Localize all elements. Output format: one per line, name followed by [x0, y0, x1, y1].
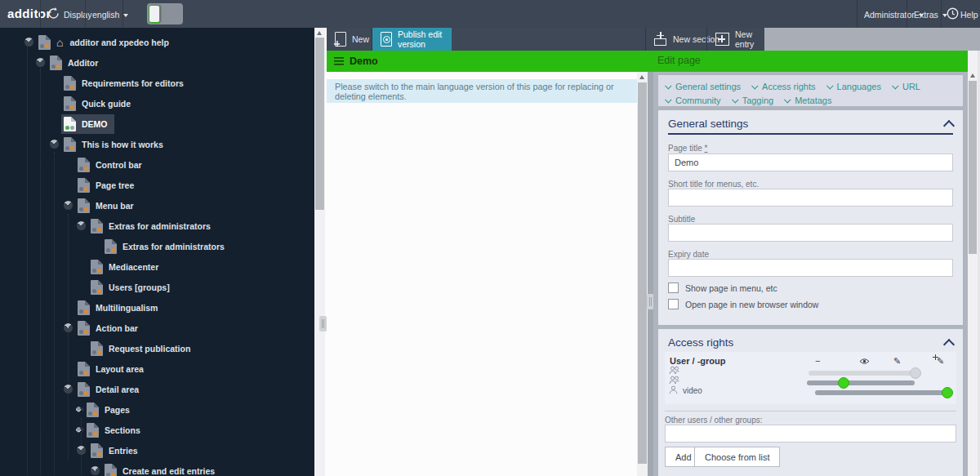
scroll-up-icon[interactable] [317, 31, 322, 35]
tree-item-mediacenter[interactable]: Mediacenter [0, 256, 314, 277]
permission-slider-track[interactable] [815, 390, 950, 395]
expand-icon[interactable] [75, 406, 82, 412]
access-rights-header[interactable]: Access rights [668, 332, 953, 354]
tree-item-additor-and-xpedeo-help[interactable]: ⌂ additor and xpedeo help [0, 32, 314, 52]
page-title-input[interactable] [668, 153, 953, 171]
collapse-icon[interactable] [64, 323, 73, 332]
toolbar-spacer [764, 28, 980, 51]
nav-access-rights[interactable]: Access rights [753, 80, 815, 92]
chevron-up-icon [943, 339, 955, 350]
page-toolbar: New page Publish edit version New sectio… [327, 28, 764, 51]
tree-item-detail-area[interactable]: Detail area [0, 379, 314, 399]
tree-scrollbar-thumb[interactable] [315, 38, 324, 210]
extras-menu[interactable]: Extras [914, 10, 947, 20]
toggle-knob [149, 5, 160, 23]
page-icon [78, 178, 90, 193]
tree-item-entries[interactable]: Entries [0, 440, 314, 460]
new-entry-button[interactable]: New entry [707, 28, 764, 51]
permission-slider-knob[interactable] [838, 377, 849, 389]
page-icon [91, 260, 103, 274]
permission-slider-track[interactable] [807, 380, 915, 385]
chevron-up-icon [943, 120, 955, 131]
content-scrollbar-thumb[interactable] [638, 82, 647, 464]
new-section-icon [654, 33, 667, 47]
collapse-icon[interactable] [50, 140, 59, 149]
publish-edit-version-button[interactable]: Publish edit version [372, 28, 452, 51]
tree-item-action-bar[interactable]: Action bar [0, 318, 314, 338]
tree-item-sections[interactable]: Sections [0, 420, 314, 440]
permission-slider-track[interactable] [808, 371, 921, 376]
tree-item-demo[interactable]: DEMO [0, 113, 314, 134]
subtitle-label: Subtitle [668, 215, 695, 224]
page-icon [64, 137, 76, 152]
nav-community[interactable]: Community [666, 94, 721, 106]
page-icon [78, 158, 90, 172]
page-content-area [327, 103, 637, 476]
subtitle-input[interactable] [668, 224, 953, 242]
chevron-down-icon [123, 14, 128, 17]
tree-item-quick-guide[interactable]: Quick guide [0, 93, 314, 113]
user-group-label: User / -group [670, 356, 725, 366]
tree-scrollbar[interactable] [314, 28, 325, 476]
short-title-input[interactable] [668, 189, 953, 207]
additor-app: additor Display english Administrator Ex… [0, 0, 980, 476]
chevron-down-icon [732, 96, 738, 103]
page-icon [50, 56, 62, 70]
other-users-input[interactable] [665, 425, 956, 443]
collapse-icon[interactable] [77, 221, 86, 230]
nav-url[interactable]: URL [893, 80, 920, 92]
tree-item-page-tree[interactable]: Page tree [0, 175, 314, 195]
scroll-up-icon[interactable] [639, 75, 644, 79]
splitter-grip-left[interactable] [319, 316, 327, 331]
tree-item-create-and-edit-entries[interactable]: Create and edit entries [0, 460, 314, 476]
tree-item-control-bar[interactable]: Control bar [0, 154, 314, 175]
tree-item-users-groups[interactable]: Users [groups] [0, 277, 314, 297]
home-icon: ⌂ [56, 37, 63, 48]
tree-item-extras-for-administrators[interactable]: Extras for administrators [0, 216, 314, 236]
general-settings-header[interactable]: General settings [668, 113, 953, 135]
tree-item-additor[interactable]: Additor [0, 52, 314, 73]
tree-item-this-is-how-it-works[interactable]: This is how it works [0, 134, 314, 154]
tree-item-request-publication[interactable]: Request publication [0, 338, 314, 358]
collapse-icon[interactable] [77, 446, 86, 455]
tree-item-multilingualism[interactable]: Multilingualism [0, 297, 314, 318]
page-icon [78, 300, 90, 315]
expiry-date-input[interactable] [668, 259, 953, 277]
access-rights-section: Access rights User / -group − ✎ ✎ [658, 329, 963, 476]
tree-item-requirements-for-editors[interactable]: Requirements for editors [0, 73, 314, 93]
collapse-icon[interactable] [64, 201, 73, 210]
open-new-window-checkbox[interactable] [668, 299, 679, 309]
display-refresh-icon [46, 6, 61, 21]
tree-item-extras-for-administrators-child[interactable]: Extras for administrators [0, 236, 314, 256]
collapse-icon[interactable] [36, 58, 45, 67]
editor-scrollbar[interactable] [968, 51, 978, 476]
collapse-icon[interactable] [24, 38, 33, 47]
scroll-up-icon[interactable] [970, 73, 975, 78]
panel-splitter[interactable] [648, 72, 653, 476]
help-button[interactable]: Help [960, 10, 978, 20]
tree-item-menu-bar[interactable]: Menu bar [0, 195, 314, 216]
tree-item-pages[interactable]: Pages [0, 399, 314, 420]
tree-item-layout-area[interactable]: Layout area [0, 358, 314, 379]
editor-scrollbar-thumb[interactable] [969, 81, 977, 254]
display-button[interactable]: Display [64, 10, 91, 20]
page-icon [87, 423, 99, 438]
nav-languages[interactable]: Languages [828, 80, 881, 92]
expiry-date-label: Expiry date [668, 250, 709, 259]
show-in-menu-checkbox[interactable] [668, 282, 679, 293]
collapse-icon[interactable] [91, 466, 100, 475]
video-user-label: video [683, 386, 702, 395]
permission-slider-knob[interactable] [942, 387, 953, 398]
display-toggle[interactable] [147, 3, 183, 24]
nav-metatags[interactable]: Metatags [786, 94, 831, 106]
nav-tagging[interactable]: Tagging [733, 94, 774, 106]
collapse-icon[interactable] [64, 385, 73, 394]
page-title-label: Page title * [668, 144, 707, 153]
new-page-icon [335, 32, 346, 47]
nav-general-settings[interactable]: General settings [666, 80, 741, 92]
expand-icon[interactable] [75, 426, 82, 433]
permission-slider-knob[interactable] [910, 367, 921, 379]
content-scrollbar[interactable] [637, 72, 648, 476]
choose-from-list-button[interactable]: Choose from list [694, 447, 780, 467]
hamburger-icon[interactable] [334, 57, 344, 65]
